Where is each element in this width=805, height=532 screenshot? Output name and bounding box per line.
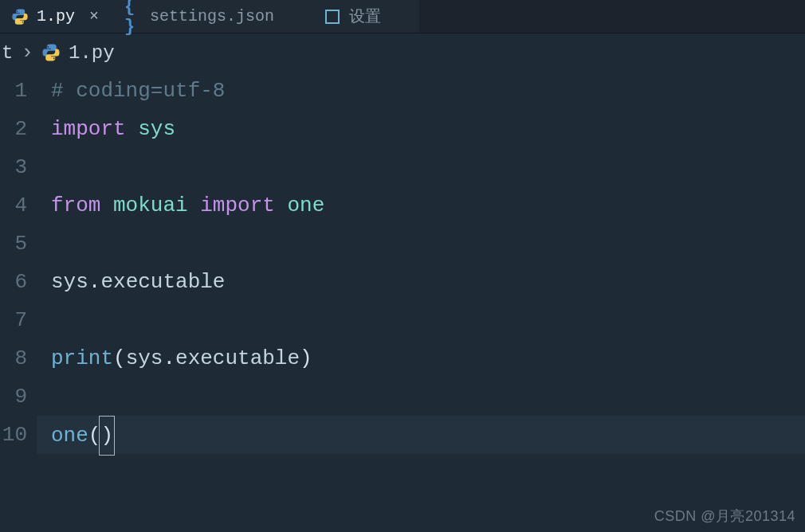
code-line[interactable]: one() (37, 416, 805, 454)
line-number: 7 (0, 301, 27, 339)
code-token: import (200, 194, 287, 217)
code-line[interactable] (37, 301, 805, 339)
line-number: 3 (0, 148, 27, 186)
code-token: ) (300, 346, 312, 370)
code-token: sys (126, 346, 163, 370)
code-line[interactable]: import sys (37, 110, 805, 148)
chevron-right-icon: › (21, 42, 33, 63)
code-line[interactable]: print(sys.executable) (37, 339, 805, 377)
code-line[interactable]: # coding=utf-8 (37, 72, 805, 110)
code-token: one (51, 424, 88, 448)
tab-label: 设置 (349, 6, 381, 27)
line-number: 4 (0, 186, 27, 225)
tab-file-settings-json[interactable]: { } settings.json × (113, 0, 312, 33)
code-token: # coding=utf-8 (51, 79, 225, 103)
code-token: sys (138, 117, 175, 141)
code-line[interactable] (37, 225, 805, 263)
line-number: 10 (0, 416, 27, 454)
close-icon[interactable]: × (89, 9, 99, 25)
settings-icon (324, 8, 341, 25)
line-number: 6 (0, 263, 27, 301)
code-token: mokuai (113, 194, 200, 217)
code-token: sys (51, 270, 88, 294)
breadcrumb-segment[interactable]: t (2, 42, 13, 64)
code-token: . (163, 346, 175, 370)
breadcrumb: t › 1.py (0, 33, 805, 72)
tab-bar: 1.py × { } settings.json × 设置 × (0, 0, 805, 33)
tab-settings[interactable]: 设置 × (312, 0, 419, 33)
python-icon (41, 43, 61, 62)
code-area[interactable]: # coding=utf-8import sysfrom mokuai impo… (37, 72, 805, 454)
code-editor[interactable]: 12345678910 # coding=utf-8import sysfrom… (0, 72, 805, 454)
line-number: 9 (0, 377, 27, 416)
line-number: 1 (0, 72, 27, 110)
line-number-gutter: 12345678910 (0, 72, 37, 454)
watermark: CSDN @月亮201314 (654, 507, 795, 526)
code-token: print (51, 346, 113, 370)
code-token: ) (99, 416, 115, 456)
tab-label: settings.json (150, 7, 274, 25)
code-line[interactable]: sys.executable (37, 263, 805, 301)
code-token: one (287, 194, 324, 217)
code-line[interactable]: from mokuai import one (37, 186, 805, 225)
code-token: executable (100, 270, 225, 294)
line-number: 8 (0, 339, 27, 377)
breadcrumb-file[interactable]: 1.py (69, 42, 115, 64)
json-icon: { } (124, 8, 142, 25)
code-token: ( (113, 346, 126, 370)
python-icon (11, 8, 29, 25)
line-number: 5 (0, 225, 27, 263)
code-token: import (51, 117, 138, 141)
code-line[interactable] (37, 377, 805, 416)
code-token: executable (175, 346, 300, 370)
code-token: from (51, 194, 113, 217)
code-token: . (88, 270, 101, 294)
line-number: 2 (0, 110, 27, 148)
code-line[interactable] (37, 148, 805, 186)
tab-file-1py[interactable]: 1.py × (0, 0, 113, 33)
tab-label: 1.py (37, 7, 75, 25)
